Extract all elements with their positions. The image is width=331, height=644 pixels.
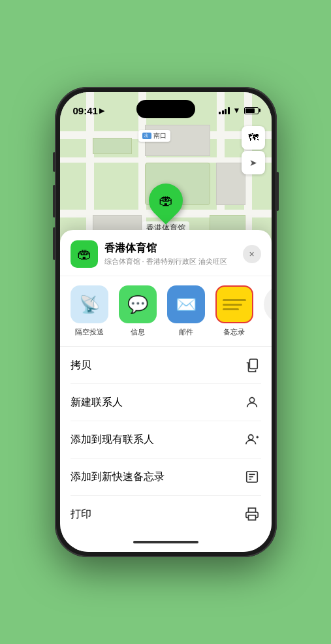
status-icons: ▼ [219, 106, 258, 115]
layers-icon: 🗺 [248, 132, 259, 144]
new-contact-label: 新建联系人 [71, 396, 123, 410]
svg-point-1 [249, 398, 254, 402]
compass-icon: ➤ [249, 157, 257, 168]
pin-circle: 🏟 [142, 176, 190, 225]
messages-icon-bg: 💬 [119, 285, 157, 323]
location-arrow-icon: ▶ [99, 106, 104, 115]
wifi-icon: ▼ [233, 106, 241, 115]
print-label: 打印 [71, 507, 91, 521]
stadium-icon: 🏟 [159, 192, 173, 209]
action-add-contact[interactable]: 添加到现有联系人 [71, 421, 261, 459]
venue-pin[interactable]: 🏟 香港体育馆 [142, 184, 189, 235]
mail-icon-bg: ✉️ [167, 285, 205, 323]
svg-rect-0 [249, 359, 257, 369]
messages-label: 信息 [131, 327, 145, 337]
person-add-icon [243, 430, 261, 449]
map-controls: 🗺 ➤ [242, 126, 265, 174]
print-icon [243, 505, 261, 523]
memo-icon [243, 468, 261, 486]
venue-info-header: 🏟 香港体育馆 综合体育馆 · 香港特别行政区 油尖旺区 × [60, 230, 272, 276]
mail-icon: ✉️ [176, 295, 197, 315]
share-airdrop[interactable]: 📡 隔空投送 [71, 285, 108, 337]
venue-description: 综合体育馆 · 香港特别行政区 油尖旺区 [104, 257, 236, 266]
share-row: 📡 隔空投送 💬 信息 ✉️ 邮件 [60, 276, 272, 347]
dynamic-island [136, 100, 195, 118]
map-exit-label: 出 南口 [138, 130, 170, 142]
quick-note-label: 添加到新快速备忘录 [71, 470, 165, 484]
messages-icon: 💬 [127, 295, 148, 315]
venue-text-info: 香港体育馆 综合体育馆 · 香港特别行政区 油尖旺区 [104, 242, 236, 266]
notes-lines-icon [223, 299, 246, 310]
venue-logo: 🏟 [71, 240, 98, 268]
add-contact-label: 添加到现有联系人 [71, 433, 154, 447]
close-icon: × [249, 249, 254, 259]
bottom-sheet: 🏟 香港体育馆 综合体育馆 · 香港特别行政区 油尖旺区 × 📡 隔空投送 [60, 230, 272, 552]
airdrop-icon: 📡 [79, 295, 100, 315]
copy-icon [243, 356, 261, 374]
map-layers-button[interactable]: 🗺 [242, 126, 265, 150]
svg-rect-9 [248, 515, 255, 520]
svg-point-2 [248, 435, 253, 440]
exit-icon: 出 [142, 133, 151, 139]
share-more[interactable]: 推 [264, 285, 272, 337]
mail-label: 邮件 [179, 327, 193, 337]
notes-label: 备忘录 [223, 327, 245, 337]
action-list: 拷贝 新建联系人 [60, 347, 272, 532]
action-print[interactable]: 打印 [71, 496, 261, 532]
close-button[interactable]: × [243, 245, 261, 263]
action-new-contact[interactable]: 新建联系人 [71, 384, 261, 421]
share-messages[interactable]: 💬 信息 [119, 285, 157, 337]
venue-name: 香港体育馆 [104, 242, 236, 255]
volume-down-button[interactable] [53, 227, 55, 260]
action-copy[interactable]: 拷贝 [71, 347, 261, 384]
notes-icon-bg [215, 285, 253, 323]
person-icon [243, 393, 261, 411]
home-bar [133, 541, 198, 543]
signal-icon [219, 106, 230, 114]
power-button[interactable] [276, 172, 279, 211]
volume-up-button[interactable] [53, 185, 55, 217]
copy-label: 拷贝 [71, 359, 91, 372]
location-button[interactable]: ➤ [242, 151, 265, 174]
airdrop-label: 隔空投送 [75, 327, 104, 337]
phone-frame: 09:41 ▶ ▼ [55, 87, 277, 557]
home-indicator[interactable] [60, 532, 272, 552]
more-icon-bg [264, 285, 272, 323]
action-quick-note[interactable]: 添加到新快速备忘录 [71, 459, 261, 496]
status-time: 09:41 [73, 105, 98, 116]
phone-screen: 09:41 ▶ ▼ [60, 92, 272, 552]
share-mail[interactable]: ✉️ 邮件 [167, 285, 205, 337]
mute-button[interactable] [53, 152, 55, 172]
airdrop-icon-bg: 📡 [71, 285, 108, 323]
battery-icon [244, 107, 259, 114]
share-notes[interactable]: 备忘录 [215, 285, 253, 337]
